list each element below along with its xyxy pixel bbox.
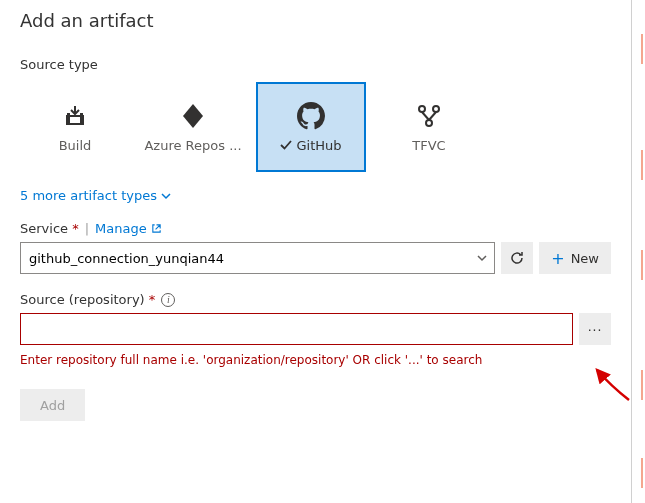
svg-point-3	[419, 106, 425, 112]
tile-github-label: GitHub	[280, 138, 341, 153]
more-artifact-types-link[interactable]: 5 more artifact types	[20, 188, 171, 203]
repository-input[interactable]	[20, 313, 573, 345]
source-type-tiles: Build Azure Repos ... GitHub	[20, 82, 611, 172]
build-icon	[61, 102, 89, 130]
manage-link[interactable]: Manage	[95, 221, 162, 236]
panel-title: Add an artifact	[20, 10, 611, 31]
new-button[interactable]: + New	[539, 242, 611, 274]
repository-error: Enter repository full name i.e. 'organiz…	[20, 353, 611, 367]
svg-point-5	[426, 120, 432, 126]
check-icon	[280, 139, 292, 151]
external-link-icon	[151, 223, 162, 234]
azure-repos-icon	[179, 102, 207, 130]
plus-icon: +	[551, 249, 564, 268]
divider: |	[85, 221, 89, 236]
service-label: Service *	[20, 221, 79, 236]
tile-azure-repos-label: Azure Repos ...	[144, 138, 241, 153]
svg-rect-1	[67, 113, 70, 124]
service-dropdown-input[interactable]	[20, 242, 495, 274]
chevron-down-icon	[161, 191, 171, 201]
tile-tfvc-label: TFVC	[412, 138, 445, 153]
tile-github[interactable]: GitHub	[256, 82, 366, 172]
refresh-icon	[509, 250, 525, 266]
repository-label: Source (repository) *	[20, 292, 155, 307]
service-dropdown[interactable]	[20, 242, 495, 274]
svg-rect-2	[80, 113, 83, 124]
add-button[interactable]: Add	[20, 389, 85, 421]
refresh-button[interactable]	[501, 242, 533, 274]
right-edge-decoration	[633, 0, 645, 503]
tile-azure-repos[interactable]: Azure Repos ...	[138, 82, 248, 172]
svg-point-4	[433, 106, 439, 112]
tile-tfvc[interactable]: TFVC	[374, 82, 484, 172]
github-icon	[297, 102, 325, 130]
tile-build[interactable]: Build	[20, 82, 130, 172]
tile-build-label: Build	[59, 138, 92, 153]
source-type-label: Source type	[20, 57, 611, 72]
browse-repository-button[interactable]: ···	[579, 313, 611, 345]
tfvc-icon	[415, 102, 443, 130]
info-icon[interactable]: i	[161, 293, 175, 307]
